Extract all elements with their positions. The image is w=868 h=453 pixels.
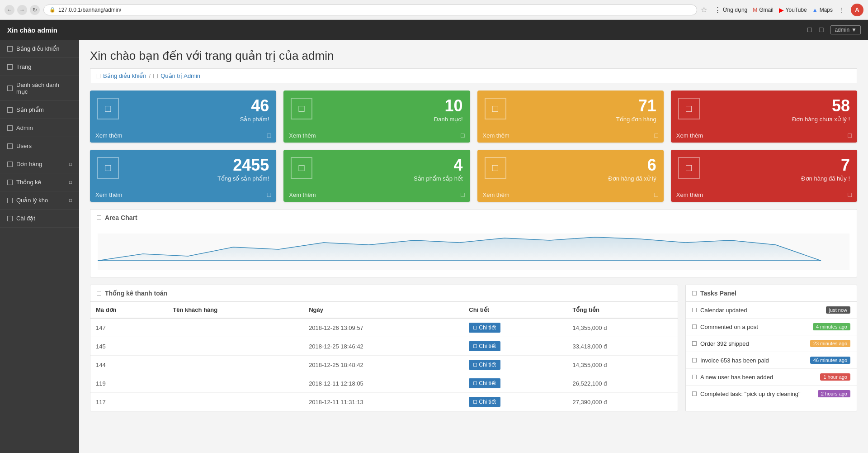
bookmark-maps[interactable]: ▲ Maps <box>812 7 833 13</box>
card-products-footer: Xem thêm □ <box>90 128 276 143</box>
breadcrumb: Bảng điều khiển / Quản trị Admin <box>90 68 857 83</box>
detail-sq-icon <box>473 326 477 329</box>
card-unprocessed-link[interactable]: Xem thêm <box>676 132 703 139</box>
task-checkbox-icon[interactable] <box>692 391 697 396</box>
task-left: Completed task: "pick up dry cleaning" <box>692 391 801 397</box>
card-products-link[interactable]: Xem thêm <box>95 132 122 139</box>
cell-total: 14,355,000 đ <box>567 318 678 337</box>
card-total-orders-numbers: 71 Tổng đơn hàng <box>616 98 656 123</box>
sidebar-pages-icon <box>7 64 13 70</box>
topnav-square-icon2[interactable]: □ <box>819 26 824 34</box>
table-row: 147 2018-12-26 13:09:57 Chi tiết 14,355,… <box>90 318 678 337</box>
task-checkbox-icon[interactable] <box>692 358 697 362</box>
browser-bar: ← → ↻ 🔒 127.0.0.1/banhang/admin/ ☆ ⋮ Ứng… <box>0 0 868 20</box>
main-layout: Bảng điều khiển Trang Danh sách danh mục… <box>0 40 868 453</box>
bookmark-apps[interactable]: ⋮ Ứng dụng <box>714 6 748 14</box>
card-low-stock-label: Sản phẩm sắp hết <box>414 175 463 182</box>
user-avatar[interactable]: A <box>851 4 863 16</box>
card-low-stock-top: □ 4 Sản phẩm sắp hết <box>283 150 470 187</box>
area-chart-svg <box>98 234 849 270</box>
col-date: Ngày <box>303 302 463 318</box>
task-left: Invoice 653 has been paid <box>692 357 769 364</box>
sidebar-settings-label: Cài đặt <box>16 215 35 222</box>
menu-button[interactable]: ⋮ <box>836 5 847 15</box>
sidebar-dashboard-label: Bảng điều khiển <box>16 45 60 52</box>
card-products-numbers: 46 Sản phẩm! <box>240 98 269 123</box>
card-total-products-label: Tổng số sản phẩm! <box>217 175 269 182</box>
back-button[interactable]: ← <box>5 5 14 15</box>
task-label: Commented on a post <box>700 324 758 330</box>
card-unprocessed-number: 58 <box>792 98 850 114</box>
sidebar-item-settings[interactable]: Cài đặt <box>0 210 79 228</box>
breadcrumb-item-dashboard[interactable]: Bảng điều khiển <box>103 72 146 79</box>
task-checkbox-icon[interactable] <box>692 375 697 379</box>
card-total-products-top: □ 2455 Tổng số sản phẩm! <box>90 150 276 187</box>
card-processed-number: 6 <box>608 157 656 173</box>
detail-button[interactable]: Chi tiết <box>469 378 500 388</box>
sidebar-item-categories[interactable]: Danh sách danh mục <box>0 76 79 101</box>
area-chart-title: Area Chart <box>105 214 137 221</box>
card-unprocessed-footer: Xem thêm □ <box>671 128 857 143</box>
sidebar-item-stats[interactable]: Thống kê □ <box>0 173 79 191</box>
payment-table-body-rows: 147 2018-12-26 13:09:57 Chi tiết 14,355,… <box>90 318 678 411</box>
refresh-button[interactable]: ↻ <box>30 5 40 15</box>
bookmark-youtube[interactable]: ▶ YouTube <box>779 6 807 14</box>
card-total-orders-link[interactable]: Xem thêm <box>483 132 509 139</box>
detail-button[interactable]: Chi tiết <box>469 397 500 407</box>
sidebar-orders-expand-icon: □ <box>69 162 72 167</box>
breadcrumb-icon <box>96 74 100 78</box>
task-left: Calendar updated <box>692 307 747 314</box>
card-categories-numbers: 10 Danh mục! <box>434 98 463 123</box>
address-bar[interactable]: 🔒 127.0.0.1/banhang/admin/ <box>43 5 697 15</box>
breadcrumb-separator: / <box>149 72 151 79</box>
sidebar-products-icon <box>7 107 13 113</box>
task-checkbox-icon[interactable] <box>692 324 697 329</box>
card-total-products: □ 2455 Tổng số sản phẩm! Xem thêm □ <box>90 150 276 202</box>
detail-button[interactable]: Chi tiết <box>469 360 500 370</box>
card-total-products-numbers: 2455 Tổng số sản phẩm! <box>217 157 269 182</box>
card-cancelled-arrow-icon: □ <box>848 191 852 198</box>
gmail-icon: M <box>753 7 757 13</box>
sidebar-item-orders[interactable]: Đơn hàng □ <box>0 155 79 173</box>
detail-sq-icon <box>473 400 477 404</box>
sidebar-item-products[interactable]: Sản phẩm <box>0 101 79 119</box>
top-navbar: Xin chào admin □ □ admin ▼ <box>0 20 868 40</box>
card-categories-number: 10 <box>434 98 463 114</box>
sidebar-item-warehouse[interactable]: Quản lý kho □ <box>0 191 79 210</box>
sidebar-categories-label: Danh sách danh mục <box>16 81 72 95</box>
card-cancelled-link[interactable]: Xem thêm <box>676 191 703 198</box>
sidebar-users-icon <box>7 143 13 149</box>
cell-customer <box>167 318 303 337</box>
cell-date: 2018-12-25 18:46:42 <box>303 337 463 356</box>
cell-date: 2018-12-25 18:48:42 <box>303 356 463 374</box>
youtube-icon: ▶ <box>779 6 784 14</box>
sidebar-item-admin[interactable]: Admin <box>0 119 79 137</box>
card-processed-link[interactable]: Xem thêm <box>483 191 509 198</box>
topnav-square-icon1[interactable]: □ <box>807 26 812 34</box>
card-low-stock-arrow-icon: □ <box>461 191 464 198</box>
card-total-products-link[interactable]: Xem thêm <box>95 191 122 198</box>
page-title: Xin chào bạn đến với trang quản trị của … <box>90 49 857 63</box>
detail-button[interactable]: Chi tiết <box>469 323 500 333</box>
breadcrumb-icon2 <box>153 74 158 78</box>
tasks-sq-icon <box>692 291 697 296</box>
sidebar-item-dashboard[interactable]: Bảng điều khiển <box>0 40 79 58</box>
detail-sq-icon <box>473 344 477 348</box>
card-categories-link[interactable]: Xem thêm <box>289 132 316 139</box>
bookmark-gmail[interactable]: M Gmail <box>753 7 773 13</box>
card-low-stock-link[interactable]: Xem thêm <box>289 191 316 198</box>
sidebar-item-pages[interactable]: Trang <box>0 58 79 76</box>
sidebar-products-label: Sản phẩm <box>16 106 44 113</box>
card-total-orders-footer: Xem thêm □ <box>477 128 664 143</box>
card-total-products-number: 2455 <box>217 157 269 173</box>
forward-button[interactable]: → <box>17 5 27 15</box>
star-icon[interactable]: ☆ <box>701 5 707 14</box>
breadcrumb-item-admin[interactable]: Quản trị Admin <box>160 72 200 79</box>
sidebar-item-users[interactable]: Users <box>0 137 79 155</box>
task-label: Calendar updated <box>700 307 747 314</box>
task-checkbox-icon[interactable] <box>692 341 697 346</box>
card-low-stock-footer: Xem thêm □ <box>283 187 470 202</box>
detail-button[interactable]: Chi tiết <box>469 341 500 351</box>
task-checkbox-icon[interactable] <box>692 308 697 312</box>
admin-dropdown-button[interactable]: admin ▼ <box>830 25 861 34</box>
